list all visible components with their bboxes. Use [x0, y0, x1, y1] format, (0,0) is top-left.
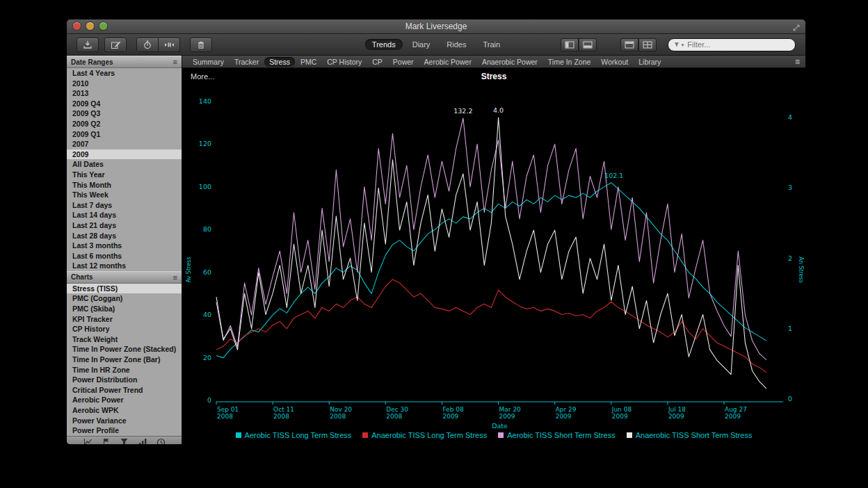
compose-icon [111, 40, 121, 49]
date-ranges-menu-icon[interactable]: ≡ [173, 58, 177, 66]
sidebar-item-2009-q1[interactable]: 2009 Q1 [67, 129, 182, 140]
titlebar[interactable]: Mark Liversedge [67, 19, 805, 34]
tab-summary[interactable]: Summary [188, 57, 229, 67]
tab-aerobic-power[interactable]: Aerobic Power [419, 57, 476, 67]
series-aerobic-tiss-long-term-stress [216, 183, 766, 358]
tab-time-in-zone[interactable]: Time In Zone [543, 57, 595, 67]
y-left-tick-label: 20 [203, 354, 211, 361]
date-ranges-header: Date Ranges ≡ [67, 56, 182, 68]
stopwatch-button[interactable] [136, 38, 159, 52]
sidebar-chart-aerobic-wpk[interactable]: Aerobic WPK [67, 405, 182, 416]
sidebar-item-2010[interactable]: 2010 [67, 79, 182, 89]
download-icon [83, 40, 93, 49]
sidebar-item-2009-q2[interactable]: 2009 Q2 [67, 119, 182, 129]
sidebar-item-last-6-months[interactable]: Last 6 months [67, 251, 182, 261]
date-ranges-list: Last 4 Years201020132009 Q42009 Q32009 Q… [67, 68, 182, 271]
tab-cp-history[interactable]: CP History [322, 57, 367, 67]
filter-field[interactable]: ▾ [668, 38, 796, 51]
sidebar-item-this-week[interactable]: This Week [67, 190, 182, 200]
sidebar-toggle-button[interactable] [561, 38, 579, 51]
tabbar-menu-icon[interactable]: ≡ [795, 57, 800, 67]
tab-tracker[interactable]: Tracker [230, 57, 264, 67]
sidebar-chart-power-variance[interactable]: Power Variance [67, 416, 182, 426]
charts-header: Charts ≡ [67, 271, 182, 284]
view-tab-rides[interactable]: Rides [440, 39, 473, 50]
intervals-icon [164, 40, 175, 49]
legend-swatch-icon [498, 432, 504, 438]
sidebar-item-2009-q4[interactable]: 2009 Q4 [67, 99, 182, 109]
sidebar-item-2007[interactable]: 2007 [67, 139, 182, 149]
sidebar-item-all-dates[interactable]: All Dates [67, 159, 182, 170]
y-right-tick-label: 2 [788, 254, 792, 262]
sidebar-chart-track-weight[interactable]: Track Weight [67, 334, 182, 345]
tab-stress[interactable]: Stress [264, 57, 295, 67]
trash-button[interactable] [190, 38, 212, 52]
tab-power[interactable]: Power [388, 57, 419, 67]
intervals-button[interactable] [159, 38, 180, 52]
close-button[interactable] [73, 22, 81, 30]
flag-icon[interactable] [102, 438, 111, 444]
tab-pmc[interactable]: PMC [296, 57, 321, 67]
sidebar-chart-kpi-tracker[interactable]: KPI Tracker [67, 314, 182, 325]
x-tick-label: Apr 292009 [556, 406, 577, 420]
tiled-view-icon [625, 41, 634, 49]
sidebar-chart-cp-history[interactable]: CP History [67, 324, 182, 334]
charts-header-label: Charts [71, 273, 93, 281]
filter-tool-icon[interactable] [120, 438, 129, 444]
y-left-axis-title: Av Stress [186, 257, 192, 283]
tab-cp[interactable]: CP [367, 57, 387, 67]
legend-item-aerobic-tiss-long-term-stress: Aerobic TISS Long Term Stress [236, 431, 352, 439]
sidebar-item-last-12-months[interactable]: Last 12 months [67, 261, 182, 271]
lowbar-toggle-button[interactable] [579, 38, 597, 51]
chart-title: Stress [182, 72, 805, 81]
maximize-button[interactable] [99, 22, 107, 30]
sidebar-item-last-4-years[interactable]: Last 4 Years [67, 68, 182, 79]
minimize-button[interactable] [86, 22, 94, 30]
sidebar-chart-pmc-coggan[interactable]: PMC (Coggan) [67, 293, 182, 304]
download-button[interactable] [77, 38, 99, 52]
sidebar-item-2009[interactable]: 2009 [67, 149, 182, 160]
sidebar-chart-time-in-power-zone-stacked[interactable]: Time In Power Zone (Stacked) [67, 344, 182, 355]
charts-menu-icon[interactable]: ≡ [173, 273, 177, 282]
y-left-tick-label: 80 [203, 225, 211, 233]
tab-workout[interactable]: Workout [596, 57, 633, 67]
sidebar-chart-power-distribution[interactable]: Power Distribution [67, 375, 182, 385]
sidebar-chart-critical-power-trend[interactable]: Critical Power Trend [67, 385, 182, 396]
sidebar-chart-aerobic-power[interactable]: Aerobic Power [67, 395, 182, 405]
sidebar-item-this-year[interactable]: This Year [67, 170, 182, 180]
x-tick-label: Feb 082009 [442, 406, 464, 420]
y-right-tick-label: 1 [788, 325, 792, 332]
sidebar-item-last-7-days[interactable]: Last 7 days [67, 200, 182, 211]
annotation-4-0: 4.0 [493, 106, 504, 114]
compose-button[interactable] [104, 38, 127, 52]
sidebar-item-last-21-days[interactable]: Last 21 days [67, 220, 182, 231]
sidebar-chart-power-profile[interactable]: Power Profile [67, 425, 182, 436]
sidebar-item-this-month[interactable]: This Month [67, 180, 182, 190]
fullscreen-icon[interactable] [792, 22, 801, 35]
more-link[interactable]: More... [191, 72, 214, 81]
chart-tool-icon[interactable] [83, 438, 93, 444]
sidebar-item-last-28-days[interactable]: Last 28 days [67, 231, 182, 241]
view-tab-diary[interactable]: Diary [405, 39, 437, 50]
tab-library[interactable]: Library [634, 57, 666, 67]
sidebar-item-2009-q3[interactable]: 2009 Q3 [67, 108, 182, 119]
sidebar-chart-time-in-power-zone-bar[interactable]: Time In Power Zone (Bar) [67, 355, 182, 365]
sidebar-chart-pmc-skiba[interactable]: PMC (Skiba) [67, 304, 182, 314]
tiled-view-button[interactable] [620, 38, 638, 51]
legend-item-aerobic-tiss-short-term-stress: Aerobic TISS Short Term Stress [498, 431, 615, 439]
stats-icon[interactable] [138, 438, 147, 444]
legend-label: Aerobic TISS Short Term Stress [507, 431, 615, 439]
sidebar-item-2013[interactable]: 2013 [67, 88, 182, 99]
sidebar-chart-time-in-hr-zone[interactable]: Time In HR Zone [67, 365, 182, 375]
columns-view-button[interactable] [638, 38, 657, 51]
sidebar-item-last-14-days[interactable]: Last 14 days [67, 210, 182, 220]
sidebar-item-last-3-months[interactable]: Last 3 months [67, 241, 182, 251]
clock-icon[interactable] [156, 438, 166, 444]
x-axis-title: Date [492, 422, 508, 430]
sidebar-chart-stress-tiss[interactable]: Stress (TISS) [67, 284, 182, 294]
tab-anaerobic-power[interactable]: Anaerobic Power [477, 57, 542, 67]
main-toolbar: TrendsDiaryRidesTrain ▾ [67, 34, 805, 56]
filter-input[interactable] [686, 40, 789, 49]
view-tab-trends[interactable]: Trends [365, 39, 403, 50]
view-tab-train[interactable]: Train [476, 39, 507, 50]
